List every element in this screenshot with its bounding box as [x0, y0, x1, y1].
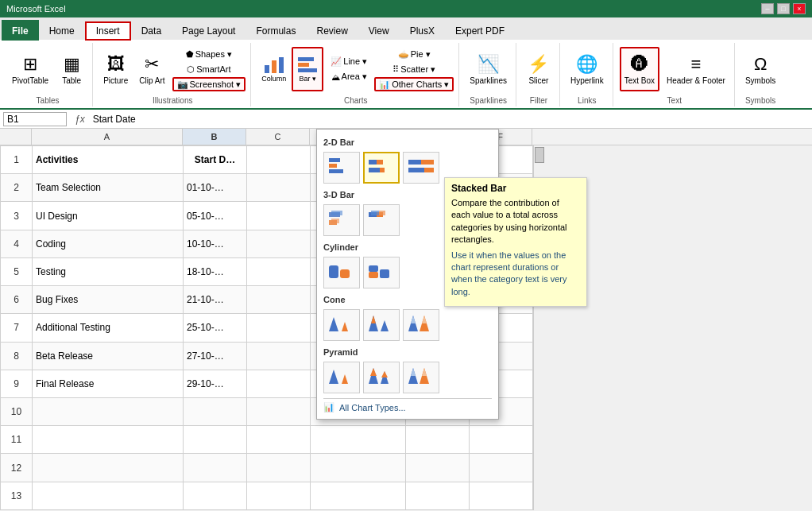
tab-plusx[interactable]: PlusX [400, 21, 445, 40]
column-chart-button[interactable]: Column [257, 47, 290, 91]
symbols-button[interactable]: Ω Symbols [741, 47, 779, 91]
bar-chart-button[interactable]: Bar ▾ [292, 47, 323, 91]
cell-b4[interactable]: 10-10-… [184, 230, 247, 257]
stacked-bar-3d-btn[interactable] [363, 204, 400, 236]
100pct-cone-btn[interactable] [403, 309, 439, 341]
cell-c5[interactable] [247, 257, 311, 285]
tab-review[interactable]: Review [306, 21, 358, 40]
scatter-chart-button[interactable]: ⠿ Scatter ▾ [374, 62, 454, 76]
area-chart-button[interactable]: ⛰ Area ▾ [325, 70, 373, 84]
col-header-b[interactable]: B [183, 129, 246, 145]
cell-a5[interactable]: Testing [33, 257, 184, 285]
svg-marker-34 [381, 320, 389, 331]
cell-c4[interactable] [247, 230, 311, 257]
cell-b1[interactable]: Start D… [184, 146, 247, 174]
cell-a4[interactable]: Coding [33, 230, 184, 257]
cell-c3[interactable] [247, 202, 311, 230]
tab-home[interactable]: Home [39, 21, 85, 40]
ribbon-content: ⊞ PivotTable ▦ Table Tables 🖼 Picture ✂ … [0, 40, 812, 110]
formula-input[interactable] [93, 114, 809, 125]
cell-a9[interactable]: Final Release [33, 370, 184, 397]
clustered-cylinder-btn[interactable] [323, 257, 360, 288]
clipart-button[interactable]: ✂ Clip Art [135, 47, 168, 91]
tab-page-layout[interactable]: Page Layout [172, 21, 246, 40]
svg-marker-48 [422, 368, 427, 376]
stacked-bar-2d-btn[interactable] [363, 152, 400, 184]
cell-c2[interactable] [247, 174, 311, 202]
clustered-bar-2d-btn[interactable] [323, 152, 360, 184]
svg-marker-39 [329, 370, 338, 384]
cell-b9[interactable]: 29-10-… [184, 370, 247, 397]
stacked-cone-btn[interactable] [363, 309, 400, 341]
cell-b7[interactable]: 25-10-… [184, 314, 247, 342]
cell-c1[interactable] [247, 146, 311, 174]
cell-c8[interactable] [247, 342, 311, 370]
clustered-pyramid-btn[interactable] [323, 362, 360, 393]
cell-b6[interactable]: 21-10-… [184, 286, 247, 314]
cell-b8[interactable]: 27-10-… [184, 342, 247, 370]
clustered-cone-btn[interactable] [323, 309, 360, 341]
svg-rect-3 [298, 57, 314, 61]
scrollbar-thumb[interactable] [535, 147, 544, 163]
stacked-cylinder-btn[interactable] [363, 257, 400, 288]
cell-a1[interactable]: Activities [33, 146, 184, 174]
cell-a8[interactable]: Beta Release [33, 342, 184, 370]
pivottable-button[interactable]: ⊞ PivotTable [8, 47, 52, 91]
tab-expert-pdf[interactable]: Expert PDF [445, 21, 515, 40]
col-header-a[interactable]: A [32, 129, 183, 145]
smartart-button[interactable]: ⬡ SmartArt [172, 62, 246, 76]
screenshot-button[interactable]: 📷 Screenshot ▾ [172, 77, 246, 91]
sparklines-button[interactable]: 📉 Sparklines [466, 47, 511, 91]
tab-view[interactable]: View [358, 21, 400, 40]
svg-marker-44 [381, 371, 388, 377]
cell-a2[interactable]: Team Selection [33, 174, 184, 202]
minimize-button[interactable]: – [761, 3, 774, 14]
100pct-pyramid-btn[interactable] [403, 362, 439, 393]
svg-rect-26 [340, 269, 350, 278]
table-row: 12 [1, 454, 533, 482]
tab-file[interactable]: File [2, 20, 39, 41]
cell-c9[interactable] [247, 370, 311, 397]
cell-b3[interactable]: 05-10-… [184, 202, 247, 230]
stacked-cylinder-icon [367, 261, 396, 284]
header-footer-button[interactable]: ≡ Header & Footer [663, 47, 729, 91]
cell-a3[interactable]: UI Design [33, 202, 184, 230]
svg-rect-23 [371, 211, 379, 215]
header-footer-icon: ≡ [691, 54, 702, 75]
picture-button[interactable]: 🖼 Picture [99, 47, 132, 91]
line-chart-button[interactable]: 📈 Line ▾ [325, 55, 373, 69]
slicer-button[interactable]: ⚡ Slicer [523, 47, 555, 91]
100pct-bar-2d-btn[interactable] [403, 152, 439, 184]
tab-data[interactable]: Data [131, 21, 172, 40]
cell-a7[interactable]: Additional Testing [33, 314, 184, 342]
hyperlink-button[interactable]: 🌐 Hyperlink [566, 47, 608, 91]
chart-row-cone [323, 309, 492, 341]
col-header-c[interactable]: C [246, 129, 310, 145]
pie-chart-button[interactable]: 🥧 Pie ▾ [374, 47, 454, 61]
cell-c7[interactable] [247, 314, 311, 342]
cell-b2[interactable]: 01-10-… [184, 174, 247, 202]
shapes-button[interactable]: ⬟ Shapes ▾ [172, 47, 246, 61]
name-box[interactable] [3, 112, 67, 126]
svg-rect-10 [377, 160, 383, 165]
svg-rect-6 [329, 158, 340, 162]
smartart-icon: ⬡ [187, 64, 195, 75]
100pct-bar-2d-icon [407, 157, 435, 179]
maximize-button[interactable]: □ [777, 3, 790, 14]
close-button[interactable]: × [793, 3, 806, 14]
svg-rect-11 [369, 168, 380, 172]
stacked-pyramid-btn[interactable] [363, 362, 400, 393]
tab-formulas[interactable]: Formulas [246, 21, 306, 40]
cell-a6[interactable]: Bug Fixes [33, 286, 184, 314]
ribbon-group-links: 🌐 Hyperlink Links [562, 43, 613, 106]
clustered-cone-icon [327, 314, 356, 336]
cell-b5[interactable]: 18-10-… [184, 257, 247, 285]
textbox-button[interactable]: 🅐 Text Box [620, 47, 659, 91]
table-button[interactable]: ▦ Table [56, 47, 87, 91]
other-charts-button[interactable]: 📊 Other Charts ▾ [374, 77, 454, 91]
screenshot-icon: 📷 [177, 79, 188, 90]
clustered-bar-3d-btn[interactable] [323, 204, 360, 236]
cell-c6[interactable] [247, 286, 311, 314]
tab-insert[interactable]: Insert [85, 21, 131, 41]
all-chart-types-link[interactable]: 📊 All Chart Types... [323, 398, 492, 412]
